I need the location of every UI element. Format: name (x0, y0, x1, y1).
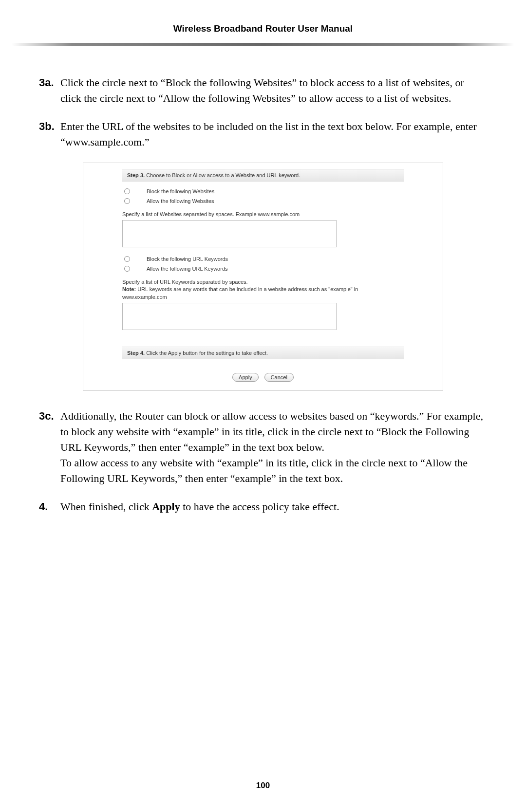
websites-instruction-text: Specify a list of Websites separated by … (122, 211, 404, 218)
instruction-text: Click the circle next to “Block the foll… (60, 75, 487, 106)
instruction-3c: 3c. Additionally, the Router can block o… (39, 408, 487, 486)
radio-block-websites[interactable]: Block the following Websites (122, 186, 404, 196)
radio-icon (124, 198, 130, 204)
step3-header: Step 3. Choose to Block or Allow access … (122, 169, 404, 182)
instruction-4-prefix: When finished, click (60, 500, 152, 513)
step4-text: Click the Apply button for the settings … (145, 350, 268, 356)
radio-label: Allow the following Websites (147, 198, 214, 204)
radio-label: Block the following Websites (147, 188, 214, 194)
embedded-ui-figure: Step 3. Choose to Block or Allow access … (83, 163, 443, 391)
step4-label: Step 4. (127, 350, 145, 356)
radio-icon (124, 188, 130, 194)
step3-text: Choose to Block or Allow access to a Web… (145, 172, 300, 178)
instruction-3c-p1: Additionally, the Router can block or al… (60, 410, 483, 453)
websites-textarea[interactable] (122, 220, 337, 247)
cancel-button[interactable]: Cancel (264, 373, 294, 382)
keywords-note-text: URL keywords are any words that can be i… (122, 286, 358, 299)
radio-block-keywords[interactable]: Block the following URL Keywords (122, 254, 404, 264)
instruction-text: Enter the URL of the websites to be incl… (60, 119, 487, 150)
page-number: 100 (0, 781, 526, 791)
step4-header: Step 4. Click the Apply button for the s… (122, 347, 404, 359)
keywords-note-label: Note: (122, 286, 136, 292)
apply-button[interactable]: Apply (232, 373, 259, 382)
instruction-number: 3a. (39, 75, 60, 106)
radio-label: Block the following URL Keywords (147, 256, 228, 262)
radio-label: Allow the following URL Keywords (147, 266, 228, 272)
instruction-text: When finished, click Apply to have the a… (60, 499, 487, 515)
instruction-4-suffix: to have the access policy take effect. (180, 500, 339, 513)
page-content: 3a. Click the circle next to “Block the … (0, 46, 526, 514)
instruction-4-bold: Apply (152, 500, 180, 513)
instruction-3b: 3b. Enter the URL of the websites to be … (39, 119, 487, 150)
step3-label: Step 3. (127, 172, 145, 178)
instruction-3c-p2: To allow access to any website with “exa… (60, 457, 468, 484)
instruction-number: 3b. (39, 119, 60, 150)
keywords-textarea[interactable] (122, 303, 337, 330)
radio-allow-keywords[interactable]: Allow the following URL Keywords (122, 264, 404, 274)
radio-allow-websites[interactable]: Allow the following Websites (122, 196, 404, 206)
instruction-4: 4. When finished, click Apply to have th… (39, 499, 487, 515)
radio-icon (124, 266, 130, 272)
instruction-text: Additionally, the Router can block or al… (60, 408, 487, 486)
keywords-instruction-text: Specify a list of URL Keywords separated… (122, 278, 404, 301)
instruction-number: 4. (39, 499, 60, 515)
page-header-title: Wireless Broadband Router User Manual (0, 0, 526, 43)
instruction-3a: 3a. Click the circle next to “Block the … (39, 75, 487, 106)
instruction-number: 3c. (39, 408, 60, 486)
radio-icon (124, 256, 130, 262)
keywords-line1: Specify a list of URL Keywords separated… (122, 279, 248, 285)
